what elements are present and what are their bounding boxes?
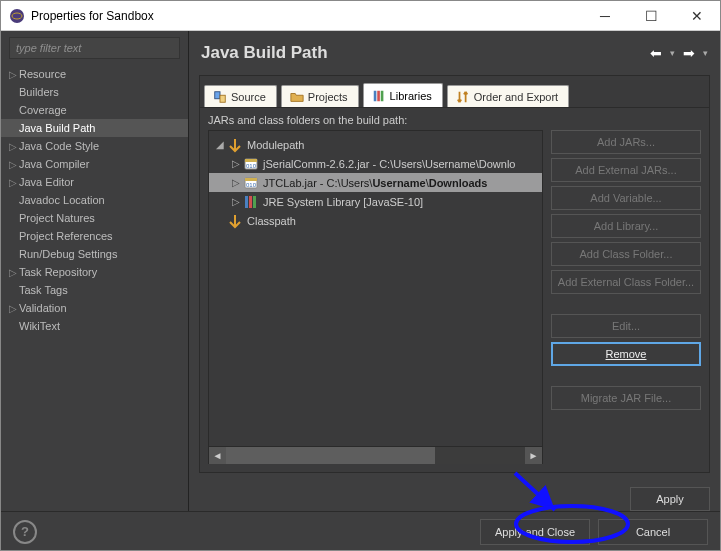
migrate-jar-button[interactable]: Migrate JAR File... [551, 386, 701, 410]
filter-box[interactable] [9, 37, 180, 59]
svg-text:010: 010 [246, 182, 257, 188]
apply-and-close-button[interactable]: Apply and Close [480, 519, 590, 545]
add-external-jars-button[interactable]: Add External JARs... [551, 158, 701, 182]
tree-twisty-icon[interactable]: ▷ [7, 267, 19, 278]
nav-item-label: Builders [19, 86, 59, 98]
add-external-class-folder-button[interactable]: Add External Class Folder... [551, 270, 701, 294]
nav-item[interactable]: Javadoc Location [1, 191, 188, 209]
nav-item[interactable]: Task Tags [1, 281, 188, 299]
tab-order-and-export[interactable]: Order and Export [447, 85, 569, 107]
nav-item[interactable]: ▷Java Code Style [1, 137, 188, 155]
tab-label: Source [231, 91, 266, 103]
tree-twisty-icon[interactable]: ▷ [229, 177, 243, 188]
jar-icon: 010 [243, 175, 259, 191]
horizontal-scrollbar[interactable]: ◄ ► [209, 446, 542, 463]
nav-item[interactable]: WikiText [1, 317, 188, 335]
help-icon[interactable]: ? [13, 520, 37, 544]
tree-label: Modulepath [247, 139, 305, 151]
tree-twisty-icon[interactable]: ▷ [7, 303, 19, 314]
nav-item[interactable]: Project References [1, 227, 188, 245]
nav-item-label: Run/Debug Settings [19, 248, 117, 260]
tree-twisty-icon[interactable]: ▷ [229, 158, 243, 169]
tabs: SourceProjectsLibrariesOrder and Export [200, 80, 709, 108]
close-button[interactable]: ✕ [674, 1, 720, 30]
tree-twisty-icon[interactable]: ▷ [7, 159, 19, 170]
svg-rect-13 [245, 196, 248, 208]
forward-icon[interactable]: ➡ [683, 45, 695, 61]
tree-row[interactable]: ◢Modulepath [209, 135, 542, 154]
remove-button[interactable]: Remove [551, 342, 701, 366]
filter-input[interactable] [16, 42, 173, 54]
add-library-button[interactable]: Add Library... [551, 214, 701, 238]
tab-label: Order and Export [474, 91, 558, 103]
tree-label: Classpath [247, 215, 296, 227]
tab-label: Projects [308, 91, 348, 103]
nav-item[interactable]: ▷Resource [1, 65, 188, 83]
nav-item[interactable]: Run/Debug Settings [1, 245, 188, 263]
apply-button[interactable]: Apply [630, 487, 710, 511]
library-icon [243, 194, 259, 210]
svg-rect-8 [245, 159, 257, 162]
maximize-button[interactable]: ☐ [628, 1, 674, 30]
button-column: Add JARs... Add External JARs... Add Var… [551, 130, 701, 464]
scroll-left-button[interactable]: ◄ [209, 447, 226, 464]
nav-item-label: Resource [19, 68, 66, 80]
edit-button[interactable]: Edit... [551, 314, 701, 338]
svg-rect-3 [220, 95, 225, 102]
tree-twisty-icon[interactable]: ▷ [7, 141, 19, 152]
nav-item[interactable]: Coverage [1, 101, 188, 119]
tree-twisty-icon[interactable]: ▷ [7, 69, 19, 80]
nav-item-label: Javadoc Location [19, 194, 105, 206]
tree-twisty-icon[interactable]: ◢ [213, 139, 227, 150]
svg-rect-15 [253, 196, 256, 208]
dialog-footer: ? Apply and Close Cancel [1, 511, 720, 551]
tree-row[interactable]: ▷010JTCLab.jar - C:\Users\Username\Downl… [209, 173, 542, 192]
nav-item[interactable]: ▷Task Repository [1, 263, 188, 281]
nav-item-label: Java Compiler [19, 158, 89, 170]
modulepath-icon [227, 137, 243, 153]
nav-item-label: Task Tags [19, 284, 68, 296]
forward-dropdown-icon[interactable]: ▾ [703, 48, 708, 58]
cancel-button[interactable]: Cancel [598, 519, 708, 545]
back-icon[interactable]: ⬅ [650, 45, 662, 61]
add-jars-button[interactable]: Add JARs... [551, 130, 701, 154]
page-title: Java Build Path [201, 43, 650, 63]
tree-row[interactable]: Classpath [209, 211, 542, 230]
tree-twisty-icon[interactable]: ▷ [7, 177, 19, 188]
tree-twisty-icon[interactable]: ▷ [229, 196, 243, 207]
add-class-folder-button[interactable]: Add Class Folder... [551, 242, 701, 266]
nav-item[interactable]: ▷Java Editor [1, 173, 188, 191]
svg-rect-11 [245, 178, 257, 181]
projects-icon [290, 90, 304, 104]
add-variable-button[interactable]: Add Variable... [551, 186, 701, 210]
tab-source[interactable]: Source [204, 85, 277, 107]
window-title: Properties for Sandbox [31, 9, 582, 23]
nav-item-label: Project References [19, 230, 113, 242]
tab-projects[interactable]: Projects [281, 85, 359, 107]
nav-tree[interactable]: ▷ResourceBuildersCoverageJava Build Path… [1, 63, 188, 511]
libraries-tree[interactable]: ◢Modulepath▷010jSerialComm-2.6.2.jar - C… [208, 130, 543, 464]
svg-rect-4 [373, 90, 376, 101]
nav-item-label: Java Build Path [19, 122, 95, 134]
tree-row[interactable]: ▷010jSerialComm-2.6.2.jar - C:\Users\Use… [209, 154, 542, 173]
tab-libraries[interactable]: Libraries [363, 83, 443, 107]
nav-item[interactable]: Project Natures [1, 209, 188, 227]
page-nav-arrows: ⬅ ▾ ➡ ▾ [650, 45, 708, 61]
scroll-thumb[interactable] [226, 447, 435, 464]
minimize-button[interactable]: ─ [582, 1, 628, 30]
nav-item[interactable]: Java Build Path [1, 119, 188, 137]
nav-item[interactable]: ▷Validation [1, 299, 188, 317]
tab-description: JARs and class folders on the build path… [200, 108, 709, 130]
svg-rect-5 [377, 90, 380, 101]
scroll-right-button[interactable]: ► [525, 447, 542, 464]
svg-rect-2 [215, 91, 220, 98]
nav-item[interactable]: Builders [1, 83, 188, 101]
eclipse-icon [9, 8, 25, 24]
libraries-icon [372, 89, 386, 103]
tree-label: JTCLab.jar - C:\Users\Username\Downloads [263, 177, 487, 189]
back-dropdown-icon[interactable]: ▾ [670, 48, 675, 58]
nav-item-label: WikiText [19, 320, 60, 332]
svg-text:010: 010 [246, 163, 257, 169]
tree-row[interactable]: ▷JRE System Library [JavaSE-10] [209, 192, 542, 211]
nav-item[interactable]: ▷Java Compiler [1, 155, 188, 173]
